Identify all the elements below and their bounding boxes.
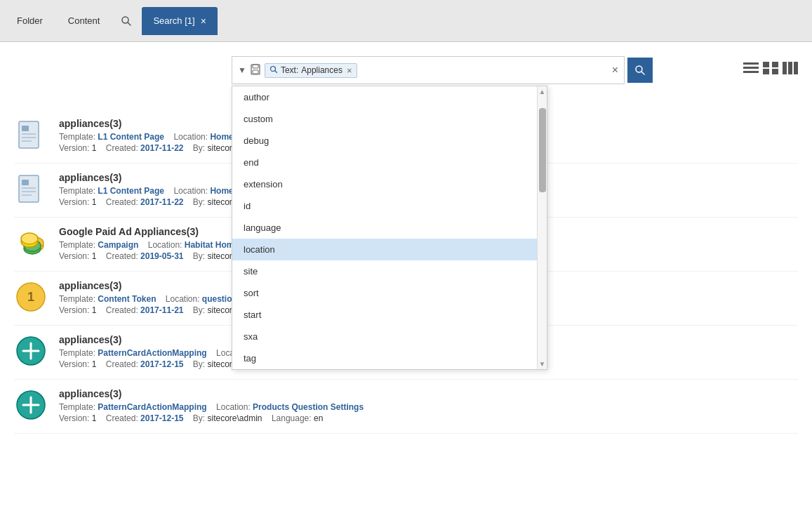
result-icon-page-2 — [14, 172, 48, 206]
result-icon-page — [14, 118, 48, 152]
dropdown-item-debug[interactable]: debug — [232, 130, 537, 152]
svg-line-1 — [128, 22, 131, 25]
table-row: appliances(3) Template: PatternCardActio… — [14, 380, 798, 434]
svg-point-34 — [21, 233, 38, 244]
tab-search[interactable]: Search [1] × — [142, 7, 217, 35]
search-go-button[interactable] — [627, 58, 653, 83]
result-icon-plus-1 — [14, 334, 48, 368]
svg-rect-24 — [19, 175, 39, 202]
result-icon-coins — [14, 226, 48, 260]
svg-text:1: 1 — [27, 290, 34, 304]
svg-line-6 — [274, 70, 277, 72]
search-input[interactable] — [361, 65, 608, 76]
search-container: ▼ Text: Applia — [232, 56, 798, 84]
tab-folder-label: Folder — [17, 15, 43, 26]
scrollbar-thumb[interactable] — [539, 108, 546, 192]
tab-bar: Folder Content Search [1] × — [0, 0, 812, 42]
search-tag-remove[interactable]: × — [347, 65, 352, 76]
tab-folder[interactable]: Folder — [6, 7, 54, 35]
svg-rect-20 — [22, 126, 29, 131]
tab-search-label: Search [1] — [153, 15, 194, 26]
search-tag: Text: Appliances × — [265, 63, 357, 78]
result-meta6-line2: Version: 1 Created: 2017-12-15 By: sitec… — [59, 413, 798, 423]
dropdown-scrollbar[interactable]: ▲ ▼ — [537, 86, 547, 369]
tab-content-label: Content — [68, 15, 100, 26]
result-icon-token: 1 — [14, 280, 48, 314]
result-info-6: appliances(3) Template: PatternCardActio… — [59, 388, 798, 425]
filter-arrow-icon[interactable]: ▼ — [238, 65, 246, 75]
dropdown-item-start[interactable]: start — [232, 304, 537, 326]
search-tag-prefix: Text: — [281, 65, 298, 75]
result-meta6-line1: Template: PatternCardActionMapping Locat… — [59, 402, 798, 412]
result-title-6: appliances(3) — [59, 388, 798, 399]
dropdown-item-author[interactable]: author — [232, 86, 537, 108]
search-icon-tab-btn[interactable] — [114, 8, 139, 34]
search-dropdown: author custom debug end extension id lan… — [232, 86, 547, 370]
search-clear-btn[interactable]: × — [612, 64, 618, 77]
dropdown-item-extension[interactable]: extension — [232, 173, 537, 195]
result-icon-plus-2 — [14, 388, 48, 422]
dropdown-list: author custom debug end extension id lan… — [232, 86, 537, 369]
save-icon[interactable] — [251, 64, 260, 77]
scrollbar-down-arrow[interactable]: ▼ — [538, 359, 547, 369]
tab-content[interactable]: Content — [57, 7, 112, 35]
search-bar: ▼ Text: Applia — [232, 56, 625, 84]
tab-search-close-icon[interactable]: × — [201, 15, 206, 27]
tag-search-icon — [269, 65, 278, 76]
dropdown-item-location[interactable]: location — [232, 239, 537, 260]
svg-rect-3 — [253, 65, 258, 68]
svg-rect-4 — [253, 70, 258, 74]
dropdown-item-end[interactable]: end — [232, 152, 537, 173]
dropdown-item-sxa[interactable]: sxa — [232, 326, 537, 347]
dropdown-item-tag[interactable]: tag — [232, 347, 537, 369]
dropdown-item-id[interactable]: id — [232, 195, 537, 217]
svg-rect-19 — [19, 121, 39, 148]
svg-line-8 — [641, 72, 644, 74]
search-tag-value: Appliances — [301, 65, 342, 75]
dropdown-item-custom[interactable]: custom — [232, 108, 537, 130]
dropdown-item-sort[interactable]: sort — [232, 282, 537, 304]
dropdown-item-language[interactable]: language — [232, 217, 537, 239]
main-area: ▼ Text: Applia — [0, 42, 812, 532]
scrollbar-up-arrow[interactable]: ▲ — [538, 86, 547, 97]
dropdown-item-site[interactable]: site — [232, 260, 537, 282]
svg-rect-25 — [22, 180, 29, 185]
